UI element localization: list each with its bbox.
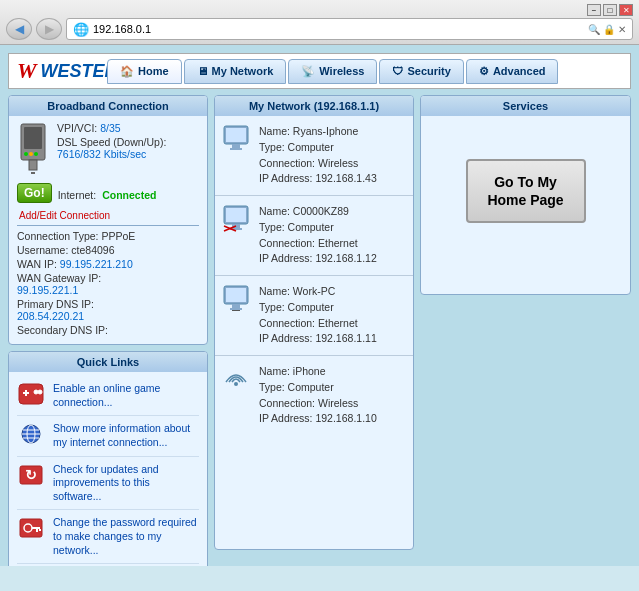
address-bar[interactable]: 🌐 192.168.0.1 🔍 🔒 ✕ bbox=[66, 18, 633, 40]
dsl-speed-value[interactable]: 7616/832 Kbits/sec bbox=[57, 148, 146, 160]
device-c0000kz89: Name: C0000KZ89 Type: Computer Connectio… bbox=[215, 196, 413, 276]
tab-security-label: Security bbox=[407, 65, 450, 77]
device-3-ip-label: IP Address: bbox=[259, 332, 315, 344]
svg-point-44 bbox=[234, 382, 238, 386]
device-icon-3 bbox=[221, 284, 251, 314]
svg-point-2 bbox=[24, 152, 28, 156]
device-4-name: iPhone bbox=[293, 365, 326, 377]
left-col: Broadband Connection bbox=[8, 95, 208, 550]
forward-button[interactable]: ▶ bbox=[36, 18, 62, 40]
vpi-vci-value[interactable]: 8/35 bbox=[100, 122, 120, 134]
wan-ip-value[interactable]: 99.195.221.210 bbox=[60, 258, 133, 270]
conn-type-field: Connection Type: PPPoE bbox=[17, 230, 199, 242]
device-3-info: Name: Work-PC Type: Computer Connection:… bbox=[259, 284, 377, 347]
svg-rect-42 bbox=[230, 308, 242, 310]
svg-rect-41 bbox=[232, 304, 240, 308]
services-panel: Services Go To My Home Page bbox=[420, 95, 631, 295]
refresh-icon[interactable]: ✕ bbox=[618, 24, 626, 35]
search-icon[interactable]: 🔍 bbox=[588, 24, 600, 35]
device-ryans-iphone: Name: Ryans-Iphone Type: Computer Connec… bbox=[215, 116, 413, 196]
update-icon: ↻ bbox=[17, 463, 45, 487]
tab-wireless[interactable]: 📡 Wireless bbox=[288, 59, 377, 84]
modem-icon bbox=[17, 122, 49, 179]
security-icon: 🛡 bbox=[392, 65, 403, 77]
device-2-type: Computer bbox=[288, 221, 334, 233]
tab-home[interactable]: 🏠 Home bbox=[107, 59, 182, 84]
browser-toolbar: ◀ ▶ 🌐 192.168.0.1 🔍 🔒 ✕ bbox=[6, 18, 633, 40]
device-4-type: Computer bbox=[288, 381, 334, 393]
dsl-speed-label: DSL Speed (Down/Up): bbox=[57, 136, 166, 148]
device-1-name-label: Name: bbox=[259, 125, 293, 137]
tab-advanced-label: Advanced bbox=[493, 65, 546, 77]
svg-rect-22 bbox=[32, 527, 40, 529]
device-4-conn-label: Connection: bbox=[259, 397, 318, 409]
services-header: Services bbox=[421, 96, 630, 116]
minimize-button[interactable]: − bbox=[587, 4, 601, 16]
lock-icon: 🔒 bbox=[603, 24, 615, 35]
add-edit-link[interactable]: Add/Edit Connection bbox=[19, 210, 110, 221]
svg-rect-23 bbox=[36, 529, 38, 532]
separator-1 bbox=[17, 225, 199, 226]
username-field: Username: cte84096 bbox=[17, 244, 199, 256]
tab-advanced[interactable]: ⚙ Advanced bbox=[466, 59, 559, 84]
device-icon-4 bbox=[221, 364, 251, 394]
primary-dns-label: Primary DNS IP: bbox=[17, 298, 94, 310]
wan-gateway-value[interactable]: 99.195.221.1 bbox=[17, 284, 78, 296]
address-bar-icons: 🔍 🔒 ✕ bbox=[588, 24, 626, 35]
device-2-ip: 192.168.1.12 bbox=[315, 252, 376, 264]
device-4-type-label: Type: bbox=[259, 381, 288, 393]
svg-point-4 bbox=[34, 152, 38, 156]
device-1-ip-label: IP Address: bbox=[259, 172, 315, 184]
device-2-info: Name: C0000KZ89 Type: Computer Connectio… bbox=[259, 204, 377, 267]
services-body: Go To My Home Page bbox=[421, 116, 630, 266]
home-icon: 🏠 bbox=[120, 65, 134, 78]
quick-link-test[interactable]: Test Connection bbox=[17, 564, 199, 566]
device-2-conn-label: Connection: bbox=[259, 237, 318, 249]
tab-security[interactable]: 🛡 Security bbox=[379, 59, 463, 84]
svg-rect-6 bbox=[29, 160, 37, 170]
dsl-speed-field: DSL Speed (Down/Up): 7616/832 Kbits/sec bbox=[57, 136, 199, 160]
logo-w: W bbox=[17, 58, 37, 84]
svg-point-11 bbox=[34, 390, 38, 394]
maximize-button[interactable]: □ bbox=[603, 4, 617, 16]
my-network-header: My Network (192.168.1.1) bbox=[215, 96, 413, 116]
go-button[interactable]: Go! bbox=[17, 183, 52, 203]
router-header: W WESTELL 🏠 Home 🖥 My Network 📡 Wireless… bbox=[8, 53, 631, 89]
goto-homepage-button[interactable]: Go To My Home Page bbox=[466, 159, 586, 223]
tab-my-network[interactable]: 🖥 My Network bbox=[184, 59, 287, 84]
tab-home-label: Home bbox=[138, 65, 169, 77]
device-3-type: Computer bbox=[288, 301, 334, 313]
quick-links-panel: Quick Links Enable an online game connec… bbox=[8, 351, 208, 566]
wireless-icon: 📡 bbox=[301, 65, 315, 78]
primary-dns-field: Primary DNS IP: 208.54.220.21 bbox=[17, 298, 199, 322]
device-2-ip-label: IP Address: bbox=[259, 252, 315, 264]
url-input[interactable]: 192.168.0.1 bbox=[93, 23, 584, 35]
svg-rect-7 bbox=[31, 172, 35, 174]
network-icon: 🖥 bbox=[197, 65, 208, 77]
broadband-panel-body: VPI/VCI: 8/35 DSL Speed (Down/Up): 7616/… bbox=[9, 116, 207, 344]
conn-type-value: PPPoE bbox=[101, 230, 135, 242]
globe-icon bbox=[17, 422, 45, 446]
device-1-conn-label: Connection: bbox=[259, 157, 318, 169]
quick-link-updates-label: Check for updates and improvements to th… bbox=[53, 463, 199, 504]
svg-rect-30 bbox=[226, 128, 246, 142]
primary-dns-value[interactable]: 208.54.220.21 bbox=[17, 310, 84, 322]
device-4-conn: Wireless bbox=[318, 397, 358, 409]
device-3-name: Work-PC bbox=[293, 285, 335, 297]
quick-link-password[interactable]: Change the password required to make cha… bbox=[17, 510, 199, 564]
window-controls: − □ ✕ bbox=[587, 4, 633, 16]
goto-homepage-line1: Go To My bbox=[494, 174, 557, 190]
wan-ip-label: WAN IP: bbox=[17, 258, 57, 270]
broadband-panel: Broadband Connection bbox=[8, 95, 208, 345]
quick-link-internet-info[interactable]: Show more information about my internet … bbox=[17, 416, 199, 456]
wan-gateway-field: WAN Gateway IP: 99.195.221.1 bbox=[17, 272, 199, 296]
quick-link-updates[interactable]: ↻ Check for updates and improvements to … bbox=[17, 457, 199, 511]
quick-link-game[interactable]: Enable an online game connection... bbox=[17, 376, 199, 416]
broadband-panel-header: Broadband Connection bbox=[9, 96, 207, 116]
quick-link-password-label: Change the password required to make cha… bbox=[53, 516, 199, 557]
device-3-type-label: Type: bbox=[259, 301, 288, 313]
svg-rect-31 bbox=[232, 144, 240, 148]
advanced-icon: ⚙ bbox=[479, 65, 489, 78]
back-button[interactable]: ◀ bbox=[6, 18, 32, 40]
close-button[interactable]: ✕ bbox=[619, 4, 633, 16]
